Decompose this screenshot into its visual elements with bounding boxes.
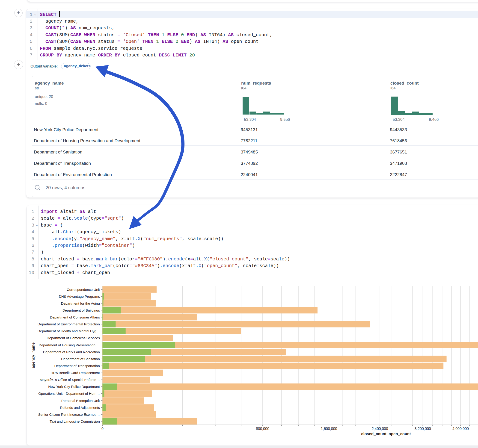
svg-text:HRA Benefit Card Replacement: HRA Benefit Card Replacement [50,371,100,375]
svg-text:Personal Exemption Unit: Personal Exemption Unit [61,399,100,403]
svg-text:closed_count, open_count: closed_count, open_count [361,432,411,436]
svg-text:agency_name: agency_name [31,342,36,368]
svg-text:Department of Health and Menta: Department of Health and Mental Hyg… [38,329,100,333]
svg-text:Operations Unit - Department o: Operations Unit - Department of Hom… [38,392,100,395]
svg-text:Department of Homeless Service: Department of Homeless Services [47,336,100,340]
svg-text:Department of Housing Preserva: Department of Housing Preservation … [39,343,100,347]
svg-text:Department for the Aging: Department for the Aging [61,301,100,305]
svg-text:2,400,000: 2,400,000 [372,427,388,431]
svg-text:1,600,000: 1,600,000 [321,427,337,431]
svg-text:Correspondence Unit: Correspondence Unit [67,288,100,292]
svg-text:Department of Transportation: Department of Transportation [54,364,100,368]
svg-text:0: 0 [101,427,104,431]
svg-text:Refunds and Adjustments: Refunds and Adjustments [60,406,100,410]
svg-text:Taxi and Limousine Commission: Taxi and Limousine Commission [50,419,100,423]
svg-text:Department of Environmental Pr: Department of Environmental Protection [38,322,100,326]
svg-text:Department of Parks and Recrea: Department of Parks and Recreation [43,350,100,354]
svg-text:New York City Police Departmen: New York City Police Department [48,385,100,389]
svg-text:4,000,000: 4,000,000 [453,427,469,431]
svg-text:800,000: 800,000 [256,427,269,431]
svg-text:Department of Sanitation: Department of Sanitation [61,357,100,361]
svg-text:Department of Consumer Affairs: Department of Consumer Affairs [50,315,100,319]
svg-text:3,200,000: 3,200,000 [415,427,431,431]
svg-text:Senior Citizen Rent Increase E: Senior Citizen Rent Increase Exempti… [38,412,100,417]
svg-text:Department of Buildings: Department of Buildings [63,308,100,312]
svg-text:Mayorâ€ s Office of Special En: Mayorâ€ s Office of Special Enforce… [40,378,100,382]
svg-text:DHS Advantage Programs: DHS Advantage Programs [59,294,100,299]
